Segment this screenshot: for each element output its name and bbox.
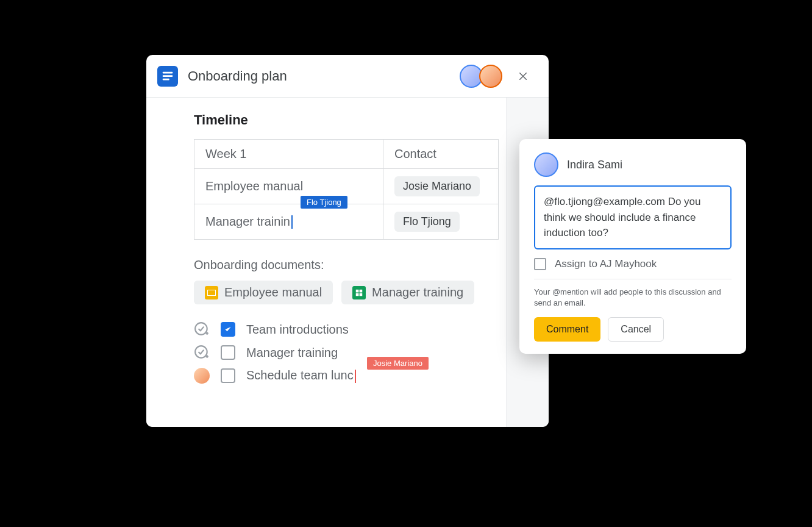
assign-label: Assign to AJ Mayhook	[555, 258, 657, 270]
comment-author-avatar[interactable]	[534, 152, 558, 177]
slides-icon	[205, 286, 218, 299]
chip-label: Manager training	[372, 285, 463, 299]
avatar-user-2[interactable]	[479, 65, 502, 88]
svg-rect-2	[163, 78, 169, 80]
assign-row[interactable]: Assign to AJ Mayhook	[534, 258, 732, 279]
left-margin	[146, 98, 194, 427]
comment-buttons: Comment Cancel	[534, 317, 732, 342]
document-content[interactable]: Timeline Week 1 Contact Employee manual …	[194, 98, 506, 427]
chip-label: Employee manual	[224, 285, 322, 299]
task-row: Schedule team lunc Josie Mariano	[194, 368, 506, 384]
slides-chip[interactable]: Employee manual	[194, 281, 333, 304]
comment-input[interactable]: @flo.tjiong@example.com Do you think we …	[534, 185, 732, 249]
table-cell-editing[interactable]: Manager trainin Flo Tjiong	[194, 204, 383, 240]
text-caret-icon	[355, 370, 356, 383]
partial-text: Schedule team lunc	[246, 368, 354, 382]
assignee-avatar[interactable]	[194, 368, 210, 384]
task-label[interactable]: Manager training	[246, 346, 338, 360]
partial-text: Manager trainin	[205, 215, 290, 228]
svg-rect-3	[356, 289, 359, 292]
document-header: Onboarding plan	[146, 55, 549, 98]
svg-rect-1	[163, 75, 173, 77]
task-row: Manager training	[194, 345, 506, 360]
documents-label: Onboarding documents:	[194, 258, 506, 272]
task-label-editing[interactable]: Schedule team lunc	[246, 368, 356, 383]
sheets-chip[interactable]: Manager training	[341, 281, 474, 304]
svg-point-8	[195, 346, 207, 358]
table-header-cell[interactable]: Contact	[383, 140, 499, 169]
mention-hint-text: Your @mention will add people to this di…	[534, 287, 732, 309]
document-title[interactable]: Onboarding plan	[188, 68, 460, 84]
document-body: Timeline Week 1 Contact Employee manual …	[146, 98, 549, 427]
task-label[interactable]: Team introductions	[246, 323, 349, 337]
svg-rect-5	[356, 293, 359, 296]
comment-header: Indira Sami	[534, 152, 732, 177]
table-row: Week 1 Contact	[194, 140, 499, 169]
comment-popup: Indira Sami @flo.tjiong@example.com Do y…	[519, 139, 746, 354]
task-row: Team introductions	[194, 321, 506, 337]
table-header-cell[interactable]: Week 1	[194, 140, 383, 169]
svg-rect-6	[360, 293, 363, 296]
table-cell[interactable]: Flo Tjiong	[383, 204, 499, 240]
table-cell[interactable]: Employee manual	[194, 169, 383, 204]
document-window: Onboarding plan Timeline Week 1 Contact …	[146, 55, 549, 427]
timeline-table[interactable]: Week 1 Contact Employee manual Josie Mar…	[194, 139, 499, 240]
document-chips-row: Employee manual Manager training	[194, 281, 506, 304]
presence-avatars	[460, 65, 502, 88]
sheets-icon	[352, 286, 366, 299]
cancel-button[interactable]: Cancel	[608, 317, 664, 342]
contact-chip[interactable]: Flo Tjiong	[394, 212, 460, 232]
assign-task-icon[interactable]	[194, 345, 210, 360]
docs-logo-icon	[157, 66, 178, 87]
collab-cursor-label: Flo Tjiong	[301, 196, 347, 209]
collab-cursor-label: Josie Mariano	[367, 357, 429, 370]
close-button[interactable]	[512, 65, 534, 87]
checkbox-checked[interactable]	[221, 322, 235, 337]
checkbox-unchecked[interactable]	[221, 368, 235, 383]
svg-point-7	[195, 323, 207, 335]
checkbox-unchecked[interactable]	[221, 345, 235, 360]
assign-task-icon[interactable]	[194, 321, 210, 337]
section-heading: Timeline	[194, 112, 506, 128]
assign-checkbox[interactable]	[534, 258, 546, 270]
table-cell[interactable]: Josie Mariano	[383, 169, 499, 204]
comment-button[interactable]: Comment	[534, 317, 600, 342]
table-row: Manager trainin Flo Tjiong Flo Tjiong	[194, 204, 499, 240]
comment-author-name: Indira Sami	[567, 159, 622, 171]
text-caret-icon	[291, 215, 293, 229]
svg-rect-0	[163, 71, 173, 73]
svg-rect-4	[360, 289, 363, 292]
contact-chip[interactable]: Josie Mariano	[394, 176, 480, 196]
